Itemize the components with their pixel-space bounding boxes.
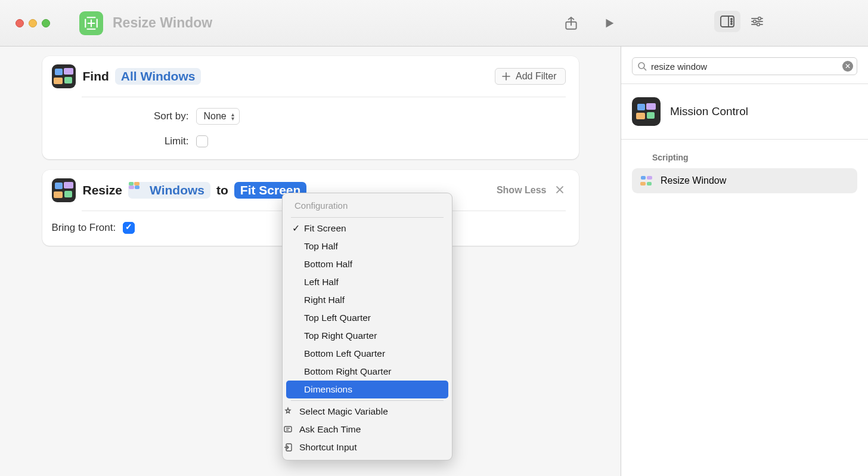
limit-label: Limit: [82, 135, 189, 147]
menu-item-ask-each-time[interactable]: Ask Each Time [286, 421, 448, 438]
bring-to-front-checkbox[interactable] [123, 222, 135, 234]
show-less-button[interactable]: Show Less [497, 185, 547, 196]
mission-control-icon [639, 174, 653, 188]
token-all-windows[interactable]: All Windows [115, 68, 202, 85]
shortcut-app-icon [79, 11, 103, 35]
settings-toggle[interactable] [744, 11, 770, 32]
search-icon [637, 61, 647, 71]
menu-item-shortcut-input[interactable]: Shortcut Input [286, 438, 448, 456]
to-label: to [216, 183, 228, 197]
menu-item-icon [283, 407, 293, 416]
mission-control-icon [632, 97, 661, 126]
svg-point-13 [757, 23, 760, 26]
menu-item-label: Select Magic Variable [299, 406, 388, 417]
config-popup-menu: Configuration Fit ScreenTop HalfBottom H… [282, 193, 452, 460]
run-button[interactable] [601, 15, 618, 32]
svg-rect-20 [284, 426, 292, 432]
sort-by-label: Sort by: [82, 110, 189, 122]
menu-item-top-right-quarter[interactable]: Top Right Quarter [286, 327, 448, 345]
svg-line-19 [644, 68, 646, 70]
action-verb: Resize [83, 183, 123, 197]
svg-point-7 [731, 23, 732, 24]
limit-checkbox[interactable] [196, 135, 208, 147]
svg-point-5 [731, 18, 732, 20]
add-filter-button[interactable]: Add Filter [495, 68, 565, 85]
mission-control-icon [134, 186, 146, 195]
svg-point-6 [731, 21, 732, 22]
window-controls [16, 19, 50, 27]
sort-by-select[interactable]: None ▴▾ [196, 108, 240, 125]
menu-header: Configuration [286, 197, 448, 215]
svg-point-18 [638, 63, 644, 69]
mission-control-icon [52, 178, 76, 202]
svg-marker-2 [606, 18, 614, 27]
menu-item-icon [283, 443, 293, 452]
dropdown-arrows-icon: ▴▾ [231, 112, 234, 120]
titlebar: Resize Window [0, 0, 868, 47]
app-title: Resize Window [113, 15, 212, 31]
bring-to-front-label: Bring to Front: [52, 222, 116, 234]
zoom-window-button[interactable] [42, 19, 50, 27]
minimize-window-button[interactable] [29, 19, 37, 27]
menu-item-icon [283, 425, 293, 434]
remove-action-button[interactable] [555, 185, 566, 196]
menu-item-select-magic-variable[interactable]: Select Magic Variable [286, 403, 448, 421]
section-header-scripting: Scripting [621, 140, 868, 168]
clear-search-button[interactable]: ✕ [842, 61, 853, 72]
menu-item-fit-screen[interactable]: Fit Screen [286, 220, 448, 237]
share-button[interactable] [563, 15, 579, 32]
svg-point-12 [754, 20, 757, 23]
mission-control-icon [52, 64, 76, 88]
category-mission-control[interactable]: Mission Control [621, 84, 868, 139]
sort-by-value: None [204, 111, 227, 122]
token-windows-label: Windows [150, 183, 204, 197]
actions-library-panel: ✕ Mission Control Scripting Resize Windo… [621, 47, 868, 476]
action-verb: Find [83, 69, 109, 84]
menu-item-dimensions[interactable]: Dimensions [286, 381, 448, 398]
search-input[interactable] [647, 61, 842, 72]
search-input-wrap[interactable]: ✕ [632, 57, 857, 75]
svg-point-11 [758, 17, 761, 20]
token-windows-variable[interactable]: Windows [128, 182, 210, 199]
menu-item-right-half[interactable]: Right Half [286, 291, 448, 309]
menu-item-top-half[interactable]: Top Half [286, 237, 448, 255]
menu-item-label: Ask Each Time [299, 424, 361, 435]
add-filter-label: Add Filter [516, 71, 556, 82]
library-toggle[interactable] [714, 11, 740, 32]
category-label: Mission Control [670, 105, 748, 118]
menu-item-top-left-quarter[interactable]: Top Left Quarter [286, 309, 448, 327]
menu-item-bottom-right-quarter[interactable]: Bottom Right Quarter [286, 363, 448, 381]
menu-item-left-half[interactable]: Left Half [286, 273, 448, 291]
close-window-button[interactable] [16, 19, 24, 27]
action-item-resize-window[interactable]: Resize Window [632, 168, 857, 193]
action-find-windows[interactable]: Find All Windows Add Filter Sort by: Non… [42, 56, 579, 159]
menu-item-bottom-left-quarter[interactable]: Bottom Left Quarter [286, 345, 448, 363]
action-item-label: Resize Window [661, 175, 726, 186]
menu-item-bottom-half[interactable]: Bottom Half [286, 255, 448, 273]
menu-item-label: Shortcut Input [299, 442, 357, 453]
